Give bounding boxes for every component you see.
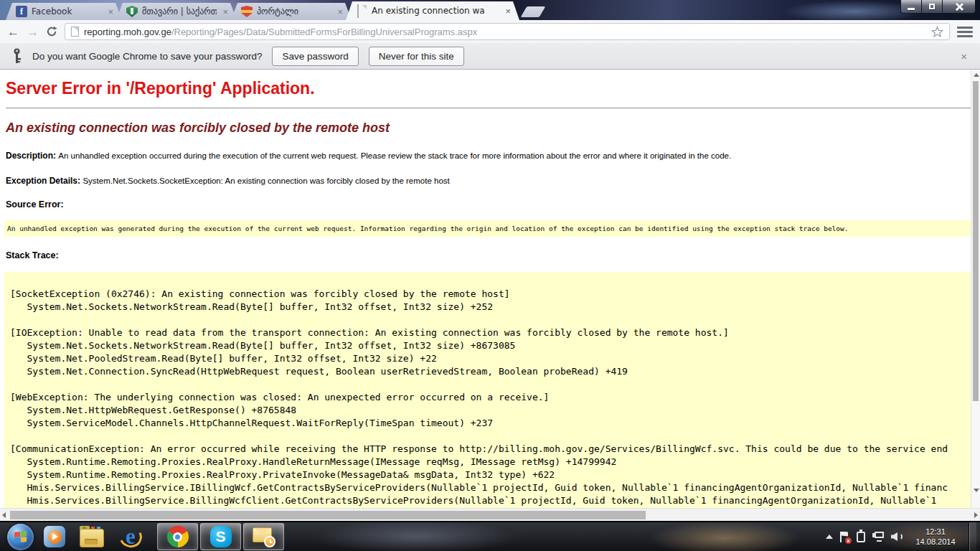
infobar-close-icon[interactable]: × <box>959 50 969 62</box>
error-page: Server Error in '/Reporting' Application… <box>0 70 980 508</box>
tab-facebook[interactable]: f Facebook × <box>6 3 122 20</box>
description-text: An unhandled exception occurred during t… <box>58 151 731 160</box>
start-button[interactable] <box>7 524 34 550</box>
scroll-left-icon[interactable] <box>2 512 6 518</box>
page-icon <box>71 27 79 37</box>
url-path: /Reporting/Pages/Data/SubmittedFormsForB… <box>171 27 477 37</box>
taskbar-item-skype[interactable]: S <box>200 523 241 550</box>
close-icon <box>955 2 963 11</box>
titlebar: f Facebook × მთავარი | საქართველოს × პორ… <box>0 0 980 20</box>
action-center-flag-icon[interactable]: x <box>840 532 849 542</box>
volume-icon[interactable] <box>891 532 903 542</box>
chrome-menu-icon[interactable] <box>957 25 973 39</box>
back-button[interactable]: ← <box>7 26 19 38</box>
scroll-up-icon[interactable] <box>974 73 979 77</box>
tab-portal[interactable]: პორტალი × <box>231 3 352 20</box>
taskbar-clock[interactable]: 12:31 14.08.2014 <box>910 527 961 547</box>
error-title: Server Error in '/Reporting' Application… <box>6 79 974 98</box>
divider <box>6 108 974 108</box>
tab-close-icon[interactable]: × <box>106 7 115 17</box>
url-text: reporting.moh.gov.ge/Reporting/Pages/Dat… <box>84 27 926 37</box>
windows-logo-icon <box>14 531 27 543</box>
description-line: Description: An unhandled exception occu… <box>6 151 974 161</box>
infobar-message: Do you want Google Chrome to save your p… <box>32 51 262 62</box>
georgia-emblem-icon <box>241 6 253 17</box>
save-password-button[interactable]: Save password <box>272 47 358 66</box>
remove-hardware-icon[interactable] <box>857 532 865 542</box>
stack-trace-text: [SocketException (0x2746): An existing c… <box>10 275 970 508</box>
taskbar-item-chrome[interactable] <box>157 523 198 550</box>
bookmark-star-icon[interactable] <box>931 26 943 38</box>
taskbar-item-outlook[interactable] <box>243 523 284 550</box>
clock-time: 12:31 <box>910 527 961 537</box>
tab-moh-home[interactable]: მთავარი | საქართველოს × <box>116 3 237 20</box>
stack-trace-box: [SocketException (0x2746): An existing c… <box>4 272 976 508</box>
source-error-box: An unhandled exception was generated dur… <box>4 220 976 237</box>
taskbar-item-internet-explorer[interactable]: e <box>118 525 143 548</box>
error-subtitle: An existing connection was forcibly clos… <box>6 121 974 136</box>
network-icon[interactable] <box>872 532 884 542</box>
description-label: Description: <box>6 151 58 161</box>
forward-button[interactable]: → <box>27 26 39 38</box>
horizontal-scrollbar[interactable] <box>0 508 980 521</box>
chrome-icon <box>167 526 189 547</box>
close-button[interactable] <box>943 0 976 14</box>
vertical-scrollbar[interactable] <box>971 70 980 508</box>
skype-icon: S <box>210 526 232 547</box>
tab-active-error-page[interactable]: An existing connection wa × <box>346 1 519 20</box>
scroll-right-icon[interactable] <box>974 512 978 518</box>
restore-button[interactable] <box>922 0 943 14</box>
document-icon <box>357 4 359 18</box>
outlook-icon <box>253 526 275 547</box>
source-error-label: Source Error: <box>6 199 974 209</box>
vertical-scroll-thumb[interactable] <box>973 81 979 401</box>
facebook-icon: f <box>16 6 27 17</box>
save-password-infobar: Do you want Google Chrome to save your p… <box>0 43 980 70</box>
moh-shield-icon <box>126 6 138 17</box>
restore-icon <box>929 4 935 9</box>
browser-toolbar: ← → reporting.moh.gov.ge/Reporting/Pages… <box>0 20 980 43</box>
key-icon <box>11 48 22 64</box>
reload-icon[interactable] <box>46 26 57 37</box>
tab-close-icon[interactable]: × <box>504 6 512 16</box>
horizontal-scroll-thumb[interactable] <box>10 511 646 519</box>
taskbar-item-media-player[interactable] <box>44 526 65 547</box>
address-bar[interactable]: reporting.moh.gov.ge/Reporting/Pages/Dat… <box>65 23 950 40</box>
browser-window: f Facebook × მთავარი | საქართველოს × პორ… <box>0 0 980 522</box>
tab-title: Facebook <box>32 6 102 17</box>
taskbar: e S x 12:31 14.08.2014 <box>0 522 980 551</box>
exception-line: Exception Details: System.Net.Sockets.So… <box>6 176 974 186</box>
tab-close-icon[interactable]: × <box>221 7 230 17</box>
tab-strip: f Facebook × მთავარი | საქართველოს × პორ… <box>6 1 542 20</box>
minimize-button[interactable] <box>900 0 922 14</box>
url-host: reporting.moh.gov.ge <box>84 27 171 37</box>
scroll-down-icon[interactable] <box>974 489 979 492</box>
media-player-icon <box>44 526 65 547</box>
clock-date: 14.08.2014 <box>910 537 961 547</box>
tab-title: მთავარი | საქართველოს <box>142 6 217 17</box>
stack-trace-label: Stack Trace: <box>6 250 974 260</box>
taskbar-item-explorer[interactable] <box>80 526 104 547</box>
new-tab-button[interactable] <box>521 6 546 17</box>
never-for-this-site-button[interactable]: Never for this site <box>369 47 464 66</box>
system-tray: x 12:31 14.08.2014 <box>826 522 980 551</box>
tab-title: პორტალი <box>257 6 331 17</box>
exception-label: Exception Details: <box>6 176 83 186</box>
show-desktop-button[interactable] <box>969 522 976 551</box>
exception-text: System.Net.Sockets.SocketException: An e… <box>83 176 449 185</box>
tab-title: An existing connection wa <box>372 6 499 16</box>
internet-explorer-icon: e <box>118 525 143 548</box>
minimize-icon <box>908 8 915 10</box>
tab-close-icon[interactable]: × <box>336 7 344 17</box>
show-hidden-icons-icon[interactable] <box>826 534 833 539</box>
window-controls <box>900 0 976 14</box>
folder-icon <box>80 529 104 547</box>
